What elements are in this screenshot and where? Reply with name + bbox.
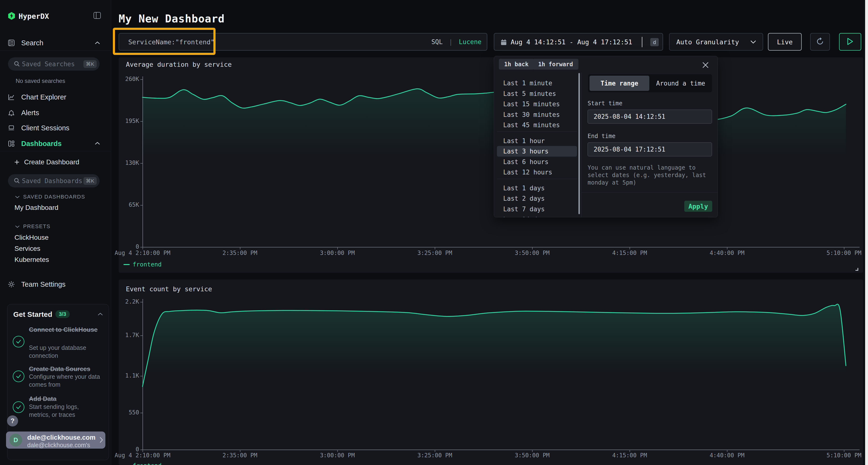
get-started-item-title: Create Data Sources — [29, 365, 101, 373]
shift-back-button[interactable]: 1h back — [499, 59, 534, 70]
y-axis-tick-label: 2.2K — [116, 298, 139, 305]
panel-resize-handle[interactable] — [855, 267, 858, 272]
granularity-select[interactable]: Auto Granularity — [669, 33, 763, 51]
presets-group-header[interactable]: PRESETS — [15, 223, 51, 230]
page-scrollbar-track[interactable] — [865, 0, 868, 465]
search-icon — [14, 61, 20, 68]
scrollbar-thumb[interactable] — [579, 73, 580, 214]
help-button[interactable]: ? — [7, 416, 18, 427]
chart-title: Event count by service — [126, 285, 212, 293]
refresh-button[interactable] — [810, 33, 830, 51]
user-subtext: dale@clickhouse.com's — [27, 442, 90, 449]
sidebar: HyperDX Search Saved Searches ⌘K No save… — [0, 0, 111, 465]
preset-item-kubernetes[interactable]: Kubernetes — [14, 256, 49, 264]
y-axis-tick-mark — [140, 121, 143, 122]
chevron-up-icon[interactable] — [98, 312, 103, 317]
shift-forward-button[interactable]: 1h forward — [533, 59, 579, 70]
y-axis-tick-label: 130K — [116, 160, 139, 166]
sidebar-collapse-icon[interactable] — [94, 12, 101, 20]
saved-dashboards-input[interactable]: Saved Dashboards ⌘K — [8, 174, 100, 188]
get-started-item-subtitle: Start sending logs, metrics, or traces — [29, 403, 101, 419]
time-option-last-1-hour[interactable]: Last 1 hour — [497, 136, 577, 146]
start-time-field[interactable] — [588, 110, 712, 124]
run-query-button[interactable] — [839, 33, 861, 51]
time-option-last-6-hours[interactable]: Last 6 hours — [497, 157, 577, 167]
preset-item-services[interactable]: Services — [14, 245, 40, 253]
close-icon[interactable] — [702, 61, 710, 70]
legend-label: frontend — [133, 261, 161, 268]
end-time-field[interactable] — [588, 142, 712, 156]
y-axis-tick-label: 0 — [116, 446, 139, 453]
saved-dashboard-item[interactable]: My Dashboard — [14, 204, 58, 211]
apply-button[interactable]: Apply — [684, 201, 712, 212]
y-axis-tick-label: 260K — [116, 76, 139, 82]
tab-around-a-time[interactable]: Around a time — [649, 74, 712, 92]
query-language-toggle[interactable]: SQL | Lucene — [431, 38, 482, 45]
time-range-input[interactable]: Aug 4 14:12:51 - Aug 4 17:12:51 d — [494, 33, 663, 51]
get-started-item-subtitle: Configure where your data comes from — [29, 373, 101, 389]
x-axis-tick-label: 4:15:00 PM — [593, 452, 666, 459]
tab-label: Around a time — [656, 80, 705, 87]
time-option-last-14-days[interactable]: Last 14 days — [497, 214, 577, 217]
time-option-last-7-days[interactable]: Last 7 days — [497, 204, 577, 214]
create-dashboard-button[interactable]: Create Dashboard — [0, 156, 111, 169]
tab-time-range[interactable]: Time range — [590, 76, 649, 91]
sidebar-item-client-sessions[interactable]: Client Sessions — [0, 121, 111, 135]
time-option-last-45-minutes[interactable]: Last 45 minutes — [497, 120, 577, 130]
sidebar-item-alerts[interactable]: Alerts — [0, 106, 111, 120]
tab-label: Time range — [600, 80, 639, 87]
get-started-item-title: Add Data — [29, 394, 101, 403]
help-label: ? — [10, 417, 15, 425]
time-option-last-1-minute[interactable]: Last 1 minute — [497, 78, 577, 89]
plus-icon — [13, 159, 20, 166]
time-option-last-30-minutes[interactable]: Last 30 minutes — [497, 109, 577, 120]
time-picker-tabs: Time range Around a time — [588, 74, 712, 92]
preset-item-clickhouse[interactable]: ClickHouse — [14, 234, 49, 241]
legend-swatch — [123, 264, 130, 265]
y-axis-tick-mark — [140, 335, 143, 336]
time-option-last-3-hours[interactable]: Last 3 hours — [497, 146, 577, 157]
query-input[interactable]: ServiceName:"frontend" SQL | Lucene — [119, 33, 487, 51]
chevron-down-icon — [750, 40, 756, 44]
x-axis-tick-label: 3:00:00 PM — [301, 452, 373, 459]
chevron-up-icon — [95, 41, 100, 44]
legend-label: frontend — [133, 462, 161, 465]
time-option-last-2-days[interactable]: Last 2 days — [497, 193, 577, 204]
end-time-label: End time — [588, 133, 616, 139]
play-icon — [847, 38, 853, 46]
shortcut-badge: ⌘K — [84, 60, 97, 68]
live-button[interactable]: Live — [768, 33, 802, 51]
time-option-last-5-minutes[interactable]: Last 5 minutes — [497, 89, 577, 99]
group-header-label: PRESETS — [23, 223, 51, 230]
x-axis-tick-label: 2:35:00 PM — [204, 452, 276, 459]
sidebar-item-label: Chart Explorer — [21, 93, 66, 101]
sidebar-item-label: Alerts — [21, 109, 39, 117]
calendar-icon — [500, 39, 507, 46]
time-option-last-12-hours[interactable]: Last 12 hours — [497, 167, 577, 177]
search-section-icon — [8, 39, 15, 46]
sidebar-item-team-settings[interactable]: Team Settings — [0, 277, 111, 291]
time-option-last-1-days[interactable]: Last 1 days — [497, 183, 577, 194]
user-account-chip[interactable]: D dale@clickhouse.com dale@clickhouse.co… — [6, 432, 105, 449]
time-option-last-15-minutes[interactable]: Last 15 minutes — [497, 99, 577, 109]
x-axis-tick-label: 2:35:00 PM — [204, 250, 276, 256]
sql-toggle[interactable]: SQL — [431, 38, 443, 45]
y-axis-tick-label: 1.7K — [116, 332, 139, 338]
sidebar-item-dashboards[interactable]: Dashboards — [0, 137, 111, 150]
shortcut-badge: ⌘K — [84, 177, 97, 185]
y-axis-tick-mark — [140, 247, 143, 247]
chart-legend[interactable]: frontend — [123, 261, 161, 268]
lucene-toggle[interactable]: Lucene — [459, 38, 482, 45]
x-axis-tick-label: 3:50:00 PM — [496, 452, 568, 459]
sidebar-item-search[interactable]: Search — [0, 36, 111, 49]
y-axis-tick-label: 550 — [116, 409, 139, 416]
toggle-divider: | — [446, 38, 455, 45]
saved-searches-input[interactable]: Saved Searches ⌘K — [8, 57, 100, 71]
saved-searches-placeholder: Saved Searches — [22, 61, 75, 68]
y-axis-tick-label: 0 — [116, 243, 139, 250]
natural-language-hint: You can use natural language to select d… — [588, 164, 712, 187]
check-circle-icon — [13, 336, 24, 347]
chart-legend[interactable]: frontend — [123, 462, 161, 465]
sidebar-item-chart-explorer[interactable]: Chart Explorer — [0, 90, 111, 104]
saved-dashboards-group-header[interactable]: SAVED DASHBOARDS — [15, 194, 85, 200]
